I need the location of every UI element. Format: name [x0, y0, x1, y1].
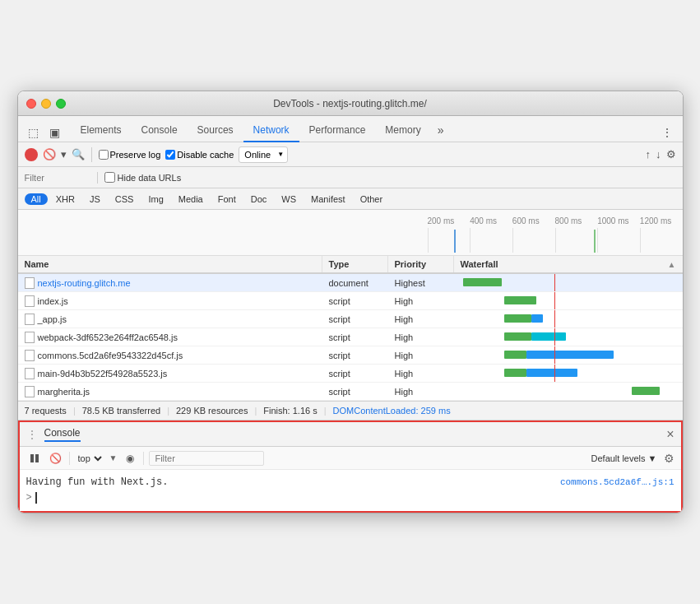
type-xhr-button[interactable]: XHR [49, 193, 81, 205]
td-type: script [322, 295, 388, 308]
console-prompt[interactable]: > [26, 492, 675, 504]
table-row[interactable]: margherita.js script High [18, 383, 683, 401]
td-type: script [322, 367, 388, 380]
hide-data-urls-checkbox[interactable] [104, 172, 115, 183]
toolbar-right: ↑ ↓ ⚙ [646, 148, 676, 160]
td-priority: High [388, 313, 454, 326]
context-select[interactable]: top [75, 453, 104, 464]
td-waterfall [454, 346, 683, 364]
file-icon [25, 277, 35, 289]
tab-elements[interactable]: Elements [71, 121, 132, 142]
minimize-button[interactable] [41, 99, 51, 109]
settings-icon[interactable]: ⚙ [666, 148, 676, 160]
devtools-menu-icon[interactable]: ⋮ [658, 123, 676, 142]
wf-label-1000: 1000 ms [597, 216, 640, 225]
console-toolbar: 🚫 top ▼ ◉ Default levels ▼ ⚙ [20, 447, 681, 470]
close-console-button[interactable]: × [666, 427, 674, 442]
console-log-message: Having fun with Next.js. [26, 475, 169, 490]
td-priority: High [388, 295, 454, 308]
filter-separator [97, 172, 98, 184]
disable-cache-checkbox[interactable] [165, 150, 175, 160]
console-filter-input[interactable] [149, 451, 264, 466]
toolbar-sep [69, 452, 70, 465]
waterfall-labels: 200 ms 400 ms 600 ms 800 ms 1000 ms 1200… [428, 216, 683, 225]
table-row[interactable]: nextjs-routing.glitch.me document Highes… [18, 274, 683, 292]
type-css-button[interactable]: CSS [109, 193, 141, 205]
console-right: Default levels ▼ ⚙ [591, 452, 675, 465]
filter-icon[interactable]: ▾ [61, 148, 67, 160]
hide-data-urls-wrapper: Hide data URLs [104, 172, 182, 183]
th-priority[interactable]: Priority [388, 256, 454, 272]
disable-cache-wrapper: Disable cache [165, 150, 234, 160]
table-row[interactable]: webpack-3df6523e264ff2ac6548.js script H… [18, 328, 683, 346]
td-priority: High [388, 331, 454, 344]
console-log-ref[interactable]: commons.5cd2a6f….js:1 [560, 476, 675, 490]
file-icon [25, 314, 35, 325]
search-icon[interactable]: 🔍 [72, 148, 85, 160]
th-type[interactable]: Type [322, 256, 388, 272]
wf-bar-blue [531, 314, 543, 323]
console-header: ⋮ Console × [20, 422, 681, 447]
td-waterfall [454, 274, 683, 291]
preserve-log-checkbox[interactable] [99, 150, 109, 160]
wf-bar-cyan [531, 332, 566, 341]
download-icon[interactable]: ↓ [656, 148, 661, 160]
table-row[interactable]: _app.js script High [18, 310, 683, 328]
th-name[interactable]: Name [18, 256, 322, 272]
tab-sources[interactable]: Sources [188, 121, 243, 142]
wf-red-line [554, 274, 555, 291]
type-js-button[interactable]: JS [83, 193, 107, 205]
tab-memory[interactable]: Memory [375, 121, 430, 142]
td-name: index.js [18, 294, 322, 309]
disable-cache-label[interactable]: Disable cache [177, 150, 234, 160]
prompt-symbol: > [26, 492, 32, 504]
close-button[interactable] [26, 99, 36, 109]
more-tabs-button[interactable]: » [431, 120, 451, 142]
cursor-tool-icon[interactable]: ⬚ [25, 123, 43, 142]
transferred-size: 78.5 KB transferred [82, 406, 160, 416]
type-media-button[interactable]: Media [172, 193, 210, 205]
toolbar-sep2 [143, 452, 144, 465]
type-img-button[interactable]: Img [141, 193, 169, 205]
default-levels-label[interactable]: Default levels ▼ [591, 453, 657, 463]
tab-performance[interactable]: Performance [299, 121, 376, 142]
td-waterfall [454, 328, 683, 346]
table-row[interactable]: commons.5cd2a6fe9543322d45cf.js script H… [18, 346, 683, 365]
eye-icon[interactable]: ◉ [122, 450, 138, 467]
tab-console[interactable]: Console [132, 121, 188, 142]
block-icon[interactable]: 🚫 [48, 450, 64, 467]
requests-count: 7 requests [25, 406, 67, 416]
type-all-button[interactable]: All [25, 193, 48, 205]
record-button[interactable] [25, 148, 38, 161]
console-title[interactable]: Console [44, 427, 81, 442]
table-row[interactable]: main-9d4b3b522f54928a5523.js script High [18, 365, 683, 383]
device-mode-icon[interactable]: ▣ [46, 123, 64, 142]
clear-button[interactable]: 🚫 [43, 148, 56, 160]
filter-input[interactable] [25, 173, 90, 183]
tab-network[interactable]: Network [243, 121, 299, 142]
type-ws-button[interactable]: WS [275, 193, 303, 205]
wf-bar-green [504, 314, 531, 323]
td-name: webpack-3df6523e264ff2ac6548.js [18, 330, 322, 345]
window-title: DevTools - nextjs-routing.glitch.me/ [273, 98, 427, 109]
table-row[interactable]: index.js script High [18, 292, 683, 310]
wf-bar-green-far [632, 387, 659, 395]
type-other-button[interactable]: Other [354, 193, 390, 205]
type-manifest-button[interactable]: Manifest [304, 193, 352, 205]
console-body: Having fun with Next.js. commons.5cd2a6f… [20, 470, 681, 511]
upload-icon[interactable]: ↑ [646, 148, 651, 160]
td-waterfall [454, 292, 683, 309]
preserve-log-label[interactable]: Preserve log [110, 150, 161, 160]
th-waterfall[interactable]: Waterfall ▲ [454, 256, 683, 272]
maximize-button[interactable] [56, 99, 66, 109]
hide-data-urls-label[interactable]: Hide data URLs [118, 173, 182, 183]
console-settings-icon[interactable]: ⚙ [664, 452, 675, 465]
wf-label-600: 600 ms [512, 216, 555, 225]
type-doc-button[interactable]: Doc [244, 193, 274, 205]
type-font-button[interactable]: Font [211, 193, 243, 205]
play-icon[interactable] [26, 450, 43, 467]
online-dropdown[interactable]: Online [239, 146, 288, 163]
network-table-body: nextjs-routing.glitch.me document Highes… [18, 274, 683, 401]
wf-label-400: 400 ms [470, 216, 512, 225]
file-icon [25, 368, 35, 379]
